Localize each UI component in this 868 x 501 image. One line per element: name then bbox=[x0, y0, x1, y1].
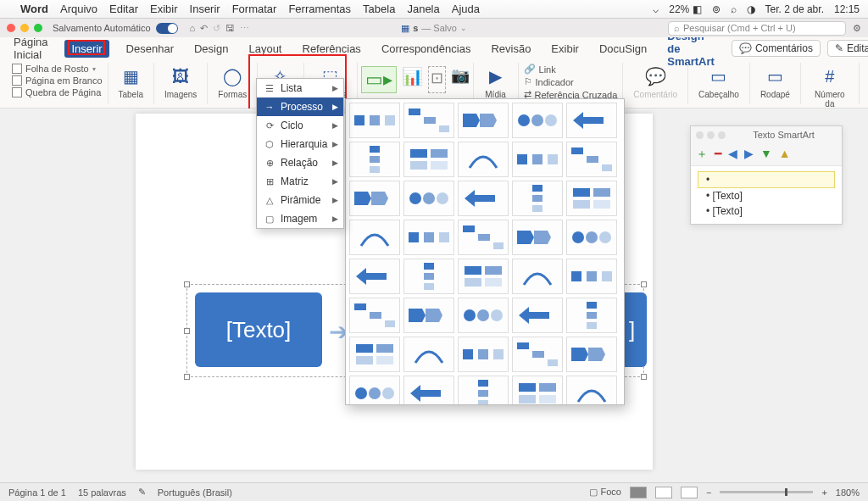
tab-correspondencias[interactable]: Correspondências bbox=[378, 41, 475, 57]
smartart-gallery-item[interactable] bbox=[403, 337, 454, 372]
menu-janela[interactable]: Janela bbox=[407, 3, 439, 15]
smartart-gallery-item[interactable] bbox=[458, 142, 509, 177]
chart-button[interactable]: 📊 bbox=[402, 66, 423, 93]
smartart-gallery-item[interactable] bbox=[349, 298, 400, 333]
tabela-button[interactable]: ▦Tabela bbox=[114, 63, 148, 101]
smartart-gallery-item[interactable] bbox=[349, 259, 400, 294]
view-print-layout[interactable] bbox=[630, 487, 647, 498]
smartart-gallery-item[interactable] bbox=[403, 376, 454, 405]
smartart-gallery-item[interactable] bbox=[566, 103, 617, 138]
app-name[interactable]: Word bbox=[20, 3, 48, 15]
panel-down-icon[interactable]: ▼ bbox=[760, 147, 772, 162]
smartart-gallery-item[interactable] bbox=[403, 103, 454, 138]
view-web-layout[interactable] bbox=[655, 487, 672, 498]
smartart-cat-matriz[interactable]: ⊞Matriz▶ bbox=[257, 172, 343, 191]
smartart-gallery-item[interactable] bbox=[458, 259, 509, 294]
smartart-gallery-item[interactable] bbox=[403, 181, 454, 216]
smartart-gallery-item[interactable] bbox=[566, 142, 617, 177]
view-outline[interactable] bbox=[681, 487, 698, 498]
panel-right-icon[interactable]: ▶ bbox=[744, 147, 754, 162]
midia-button[interactable]: ▶Mídia bbox=[479, 63, 513, 101]
tab-inserir[interactable]: Inserir bbox=[64, 40, 108, 58]
home-icon[interactable]: ⌂ bbox=[190, 23, 196, 33]
panel-max[interactable] bbox=[718, 131, 726, 139]
smartart-gallery-item[interactable] bbox=[349, 376, 400, 405]
smartart-gallery-item[interactable] bbox=[512, 181, 563, 216]
tab-desenhar[interactable]: Desenhar bbox=[123, 41, 177, 57]
imagens-button[interactable]: 🖼Imagens bbox=[159, 63, 202, 101]
smartart-button[interactable]: ▭▸ bbox=[361, 66, 397, 93]
panel-remove-icon[interactable]: ━ bbox=[715, 147, 721, 162]
tab-pagina-inicial[interactable]: Página Inicial bbox=[10, 34, 51, 63]
smartart-gallery-item[interactable] bbox=[349, 181, 400, 216]
panel-close[interactable] bbox=[696, 131, 704, 139]
panel-add-icon[interactable]: ＋ bbox=[696, 147, 708, 162]
quebra-pagina-button[interactable]: Quebra de Página bbox=[12, 86, 101, 98]
menu-ferramentas[interactable]: Ferramentas bbox=[288, 3, 351, 15]
tab-exibir[interactable]: Exibir bbox=[548, 41, 582, 57]
tab-referencias[interactable]: Referências bbox=[299, 41, 364, 57]
smartart-cat-hierarquia[interactable]: ⬡Hierarquia▶ bbox=[257, 135, 343, 153]
pagina-branco-button[interactable]: Página em Branco bbox=[12, 75, 103, 86]
spotlight-icon[interactable]: ⌕ bbox=[731, 3, 737, 15]
screenshot-button[interactable]: ⊡ bbox=[428, 66, 446, 93]
smartart-gallery-item[interactable] bbox=[349, 103, 400, 138]
settings-icon[interactable]: ⚙︎ bbox=[853, 23, 861, 34]
smartart-gallery-item[interactable] bbox=[566, 298, 617, 333]
smartart-gallery-item[interactable] bbox=[566, 220, 617, 255]
link-button[interactable]: 🔗 Link bbox=[524, 63, 556, 75]
wifi-icon[interactable]: ⊚ bbox=[712, 3, 721, 15]
menubar-time[interactable]: 12:15 bbox=[834, 3, 860, 15]
panel-bullet-1[interactable]: • bbox=[698, 171, 835, 188]
smartart-gallery-item[interactable] bbox=[349, 337, 400, 372]
doc-dropdown-icon[interactable]: ⌄ bbox=[460, 24, 467, 32]
folha-rosto-button[interactable]: Folha de Rosto ▾ bbox=[12, 63, 96, 75]
smartart-text-box-1[interactable]: [Texto] bbox=[195, 292, 322, 367]
cabecalho-button[interactable]: ▭Cabeçalho bbox=[693, 63, 744, 101]
autosave-toggle[interactable] bbox=[156, 23, 178, 34]
smartart-cat-relacao[interactable]: ⊕Relação▶ bbox=[257, 153, 343, 172]
tab-design[interactable]: Design bbox=[191, 41, 231, 57]
panel-bullet-3[interactable]: • [Texto] bbox=[698, 203, 835, 219]
zoom-slider[interactable] bbox=[720, 491, 813, 493]
smartart-gallery-item[interactable] bbox=[512, 103, 563, 138]
smartart-gallery-item[interactable] bbox=[349, 220, 400, 255]
word-count[interactable]: 15 palavras bbox=[78, 487, 126, 498]
smartart-gallery-item[interactable] bbox=[403, 142, 454, 177]
smartart-gallery-item[interactable] bbox=[458, 181, 509, 216]
minimize-window[interactable] bbox=[20, 24, 29, 32]
smartart-gallery-item[interactable] bbox=[512, 298, 563, 333]
smartart-gallery-item[interactable] bbox=[566, 337, 617, 372]
tab-layout[interactable]: Layout bbox=[245, 41, 285, 57]
menu-arquivo[interactable]: Arquivo bbox=[60, 3, 97, 15]
smartart-gallery-item[interactable] bbox=[458, 220, 509, 255]
panel-up-icon[interactable]: ▲ bbox=[779, 147, 791, 162]
focus-mode[interactable]: ▢ Foco bbox=[589, 487, 621, 498]
redo-icon[interactable]: ↺ bbox=[213, 23, 220, 34]
comentario-button[interactable]: 💬Comentário bbox=[628, 63, 682, 101]
smartart-gallery-item[interactable] bbox=[403, 220, 454, 255]
zoom-in[interactable]: + bbox=[821, 487, 826, 498]
camera-button[interactable]: 📷 bbox=[451, 66, 470, 93]
formas-button[interactable]: ◯Formas bbox=[213, 63, 252, 101]
maximize-window[interactable] bbox=[34, 24, 42, 32]
smartart-cat-imagem[interactable]: ▢Imagem▶ bbox=[257, 209, 343, 228]
smartart-cat-processo[interactable]: →Processo▶ bbox=[257, 97, 343, 116]
panel-min[interactable] bbox=[707, 131, 715, 139]
panel-left-icon[interactable]: ◀ bbox=[728, 147, 737, 162]
menu-exibir[interactable]: Exibir bbox=[150, 3, 178, 15]
smartart-gallery-item[interactable] bbox=[403, 298, 454, 333]
menu-ajuda[interactable]: Ajuda bbox=[452, 3, 480, 15]
menu-editar[interactable]: Editar bbox=[109, 3, 138, 15]
smartart-gallery-item[interactable] bbox=[458, 337, 509, 372]
smartart-gallery-item[interactable] bbox=[566, 259, 617, 294]
smartart-gallery-item[interactable] bbox=[512, 376, 563, 405]
smartart-gallery-item[interactable] bbox=[458, 376, 509, 405]
bluetooth-icon[interactable]: ⌵ bbox=[653, 3, 659, 15]
smartart-gallery-item[interactable] bbox=[349, 142, 400, 177]
undo-icon[interactable]: ↶ bbox=[200, 23, 208, 34]
smartart-gallery-item[interactable] bbox=[566, 376, 617, 405]
menu-formatar[interactable]: Formatar bbox=[232, 3, 277, 15]
spellcheck-icon[interactable]: ✎ bbox=[138, 487, 146, 498]
page-indicator[interactable]: Página 1 de 1 bbox=[8, 487, 66, 498]
